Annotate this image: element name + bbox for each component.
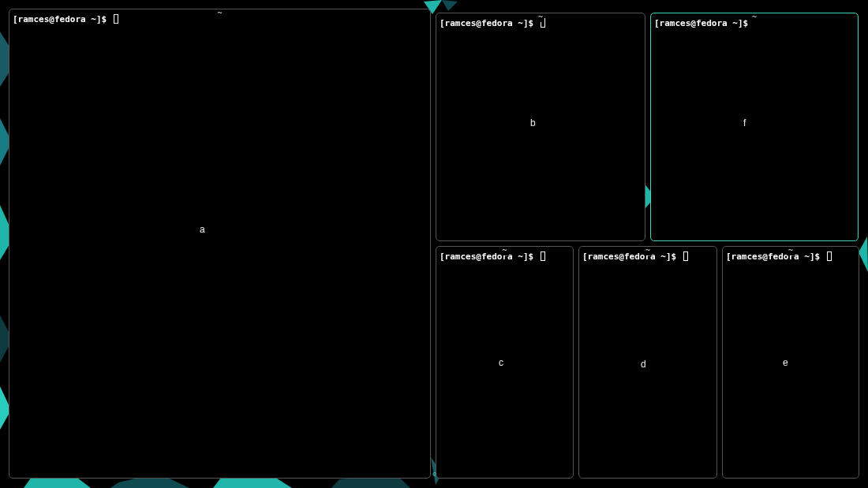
prompt-text: [ramces@fedora ~]$: [654, 18, 748, 28]
terminal-window-c[interactable]: ~ [ramces@fedora ~]$: [436, 246, 574, 479]
cursor-icon: [114, 14, 118, 24]
window-title: ~: [787, 246, 795, 255]
key-hint-b: b: [530, 117, 536, 129]
window-title: ~: [215, 9, 223, 18]
terminal-window-a[interactable]: ~ [ramces@fedora ~]$: [9, 9, 431, 479]
key-hint-d: d: [641, 359, 646, 370]
resize-indicator-left: e: [432, 470, 866, 486]
prompt-text: [ramces@fedora ~]$: [440, 18, 533, 28]
cursor-icon: [827, 251, 832, 261]
key-hint-f: f: [743, 117, 746, 129]
window-title: ~: [537, 13, 544, 22]
window-title: ~: [750, 13, 758, 22]
key-hint-a: a: [200, 224, 205, 235]
terminal-window-e[interactable]: ~ [ramces@fedora ~]$: [722, 246, 859, 479]
prompt-text: [ramces@fedora ~]$: [582, 251, 676, 262]
terminal-window-b[interactable]: ~ [ramces@fedora ~]$: [436, 13, 645, 241]
prompt-text: [ramces@fedora ~]$: [440, 251, 533, 262]
terminal-window-f[interactable]: ~ [ramces@fedora ~]$: [650, 13, 859, 241]
window-title: ~: [500, 246, 508, 255]
prompt-text: [ramces@fedora ~]$: [726, 251, 820, 262]
cursor-icon: [683, 251, 688, 261]
key-hint-e: e: [783, 357, 788, 368]
terminal-window-d[interactable]: ~ [ramces@fedora ~]$: [578, 246, 717, 479]
prompt-text: [ramces@fedora ~]$: [13, 14, 107, 24]
key-hint-c: c: [499, 357, 503, 368]
window-title: ~: [644, 246, 652, 255]
cursor-icon: [541, 251, 545, 261]
